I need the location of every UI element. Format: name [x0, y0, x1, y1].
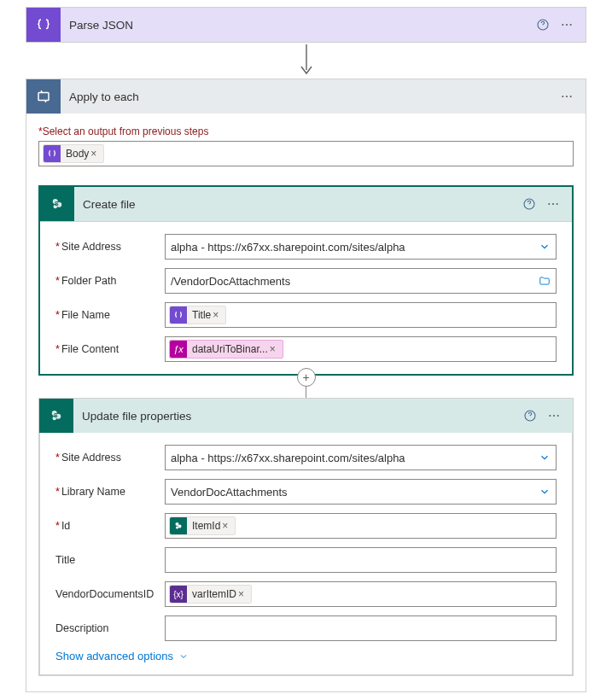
id-input[interactable]: ItemId ×: [165, 513, 557, 539]
id-label: *Id: [55, 520, 165, 532]
svg-point-6: [562, 96, 563, 97]
apply-title: Apply to each: [61, 90, 555, 103]
select-output-label: *Select an output from previous steps: [38, 125, 574, 137]
svg-text:S: S: [54, 412, 58, 418]
datauri-token[interactable]: ƒx dataUriToBinar... ×: [169, 340, 283, 359]
vendor-docs-id-label: VendorDocumentsID: [55, 588, 165, 600]
svg-point-22: [549, 415, 551, 417]
svg-point-27: [176, 527, 178, 529]
folder-picker-icon[interactable]: [539, 275, 551, 287]
chevron-down-icon: [539, 452, 551, 464]
file-content-label: *File Content: [55, 343, 165, 355]
json-icon: [44, 145, 61, 162]
chevron-down-icon: [539, 241, 551, 253]
select-output-input[interactable]: Body ×: [38, 141, 574, 166]
help-icon[interactable]: [531, 13, 555, 37]
create-file-title: Create file: [74, 198, 517, 211]
title-label: Title: [55, 554, 165, 566]
parse-json-card[interactable]: Parse JSON: [26, 7, 586, 43]
more-icon[interactable]: [555, 85, 579, 108]
svg-text:S: S: [55, 201, 59, 207]
svg-point-3: [570, 24, 572, 26]
vendor-docs-id-input[interactable]: {x} varItemID ×: [165, 581, 557, 607]
show-advanced-link[interactable]: Show advanced options: [55, 650, 557, 662]
folder-path-input[interactable]: /VendorDocAttachments: [165, 268, 557, 294]
description-label: Description: [55, 622, 165, 634]
remove-token-icon[interactable]: ×: [236, 588, 246, 600]
sharepoint-icon: [170, 517, 187, 534]
apply-body: *Select an output from previous steps Bo…: [26, 114, 586, 692]
json-icon: [170, 306, 187, 324]
help-icon[interactable]: [517, 192, 541, 216]
loop-icon: [26, 79, 61, 114]
file-name-input[interactable]: Title ×: [165, 302, 557, 328]
flow-arrow: [26, 43, 586, 79]
title-input[interactable]: [165, 547, 557, 573]
site-address-label: *Site Address: [55, 452, 165, 464]
sharepoint-icon: S: [39, 399, 73, 433]
svg-point-23: [553, 415, 555, 417]
library-name-label: *Library Name: [55, 486, 165, 498]
svg-point-26: [178, 525, 182, 528]
site-address-dropdown[interactable]: alpha - https://x67xx.sharepoint.com/sit…: [165, 234, 557, 260]
site-address-label: *Site Address: [55, 241, 165, 253]
variable-icon: {x}: [170, 586, 187, 603]
svg-point-7: [566, 96, 568, 97]
file-content-input[interactable]: ƒx dataUriToBinar... ×: [165, 336, 557, 362]
varitemid-token[interactable]: {x} varItemID ×: [169, 585, 252, 604]
title-token[interactable]: Title ×: [169, 306, 226, 324]
svg-point-16: [557, 203, 558, 205]
itemid-token[interactable]: ItemId ×: [169, 516, 236, 535]
help-icon[interactable]: [518, 404, 542, 428]
library-name-dropdown[interactable]: VendorDocAttachments: [165, 479, 557, 505]
description-input[interactable]: [165, 615, 557, 641]
svg-point-14: [548, 203, 550, 205]
svg-point-24: [557, 415, 559, 417]
svg-point-2: [566, 24, 568, 26]
remove-token-icon[interactable]: ×: [220, 520, 230, 532]
update-file-properties-step[interactable]: S Update file properties *Site Address a…: [38, 398, 574, 676]
svg-point-15: [552, 203, 554, 205]
apply-to-each-card[interactable]: Apply to each: [26, 79, 586, 114]
folder-path-label: *Folder Path: [55, 275, 165, 287]
body-token[interactable]: Body ×: [43, 144, 104, 163]
chevron-down-icon: [539, 486, 551, 498]
json-icon: [26, 8, 61, 42]
insert-step-connector: +: [38, 376, 574, 398]
sharepoint-icon: S: [40, 187, 74, 221]
more-icon[interactable]: [542, 404, 566, 428]
svg-point-8: [570, 96, 572, 97]
more-icon[interactable]: [541, 192, 565, 216]
remove-token-icon[interactable]: ×: [211, 309, 220, 321]
svg-point-1: [562, 24, 563, 26]
parse-json-title: Parse JSON: [61, 19, 531, 32]
create-file-step[interactable]: S Create file *Site Address alpha - http…: [38, 185, 574, 376]
expression-icon: ƒx: [170, 341, 187, 358]
svg-rect-5: [38, 93, 49, 101]
file-name-label: *File Name: [55, 309, 165, 321]
remove-token-icon[interactable]: ×: [89, 148, 98, 160]
more-icon[interactable]: [555, 13, 579, 37]
remove-token-icon[interactable]: ×: [268, 343, 277, 355]
add-step-button[interactable]: +: [297, 368, 316, 387]
site-address-dropdown[interactable]: alpha - https://x67xx.sharepoint.com/sit…: [165, 445, 557, 470]
update-props-title: Update file properties: [73, 410, 518, 423]
chevron-down-icon: [178, 651, 189, 662]
